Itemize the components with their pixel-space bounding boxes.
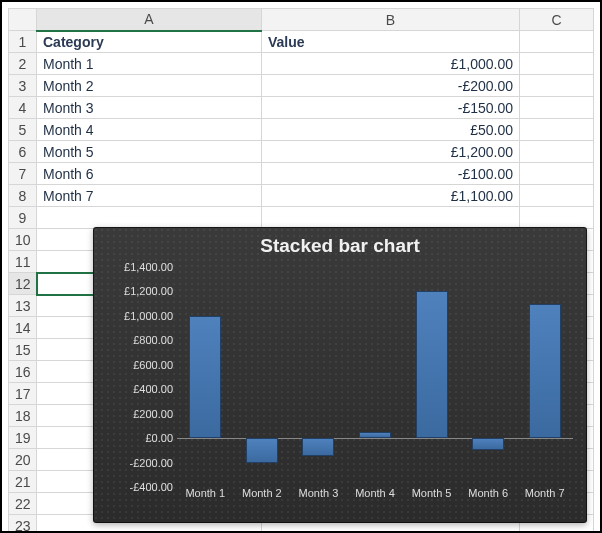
cell-B1[interactable]: Value [262,31,520,53]
row-header[interactable]: 3 [9,75,37,97]
chart-bar[interactable] [189,316,221,438]
cell-A6[interactable]: Month 5 [37,141,262,163]
cell-C2[interactable] [520,53,594,75]
cell-C4[interactable] [520,97,594,119]
chart-ytick: -£400.00 [111,481,177,493]
cell-A8[interactable]: Month 7 [37,185,262,207]
cell-C7[interactable] [520,163,594,185]
row-header[interactable]: 5 [9,119,37,141]
row-header[interactable]: 20 [9,449,37,471]
cell-C5[interactable] [520,119,594,141]
chart-bar[interactable] [246,438,278,462]
chart-xtick: Month 7 [525,487,565,499]
chart-zero-axis [177,438,573,439]
chart-xtick: Month 4 [355,487,395,499]
chart-ytick: £600.00 [111,359,177,371]
chart-bar[interactable] [359,432,391,438]
cell-A5[interactable]: Month 4 [37,119,262,141]
row-header[interactable]: 19 [9,427,37,449]
row-header[interactable]: 14 [9,317,37,339]
row-header[interactable]: 2 [9,53,37,75]
spreadsheet-frame: A B C 1CategoryValue2Month 1£1,000.003Mo… [0,0,602,533]
cell-B6[interactable]: £1,200.00 [262,141,520,163]
row-header[interactable]: 21 [9,471,37,493]
chart-ytick: -£200.00 [111,457,177,469]
chart-bar[interactable] [529,304,561,438]
chart-xtick: Month 1 [185,487,225,499]
row-header[interactable]: 11 [9,251,37,273]
cell-A2[interactable]: Month 1 [37,53,262,75]
chart-ytick: £1,000.00 [111,310,177,322]
cell-A3[interactable]: Month 2 [37,75,262,97]
row-header[interactable]: 6 [9,141,37,163]
col-header-B[interactable]: B [262,9,520,31]
col-header-A[interactable]: A [37,9,262,31]
chart-title: Stacked bar chart [93,227,587,259]
chart-ytick: £400.00 [111,383,177,395]
col-header-C[interactable]: C [520,9,594,31]
chart-xtick: Month 6 [468,487,508,499]
row-header[interactable]: 9 [9,207,37,229]
cell-B9[interactable] [262,207,520,229]
row-header[interactable]: 10 [9,229,37,251]
embedded-chart[interactable]: Stacked bar chart £1,400.00£1,200.00£1,0… [93,227,587,523]
row-header[interactable]: 8 [9,185,37,207]
cell-C1[interactable] [520,31,594,53]
chart-bar[interactable] [416,291,448,438]
chart-y-axis: £1,400.00£1,200.00£1,000.00£800.00£600.0… [111,267,173,487]
chart-ytick: £800.00 [111,334,177,346]
chart-ytick: £200.00 [111,408,177,420]
cell-B4[interactable]: -£150.00 [262,97,520,119]
chart-bar[interactable] [472,438,504,450]
chart-ytick: £1,400.00 [111,261,177,273]
row-header[interactable]: 1 [9,31,37,53]
row-header[interactable]: 12 [9,273,37,295]
spreadsheet: A B C 1CategoryValue2Month 1£1,000.003Mo… [8,8,594,525]
cell-B8[interactable]: £1,100.00 [262,185,520,207]
chart-xtick: Month 3 [299,487,339,499]
row-header[interactable]: 23 [9,515,37,534]
cell-A1[interactable]: Category [37,31,262,53]
row-header[interactable]: 22 [9,493,37,515]
row-header[interactable]: 17 [9,383,37,405]
cell-A7[interactable]: Month 6 [37,163,262,185]
row-header[interactable]: 4 [9,97,37,119]
cell-B7[interactable]: -£100.00 [262,163,520,185]
cell-A9[interactable] [37,207,262,229]
chart-xtick: Month 5 [412,487,452,499]
chart-x-axis: Month 1Month 2Month 3Month 4Month 5Month… [177,487,573,505]
row-header[interactable]: 16 [9,361,37,383]
row-header[interactable]: 18 [9,405,37,427]
cell-C6[interactable] [520,141,594,163]
chart-plot-area: £1,400.00£1,200.00£1,000.00£800.00£600.0… [111,267,577,505]
cell-B2[interactable]: £1,000.00 [262,53,520,75]
select-all-corner[interactable] [9,9,37,31]
chart-xtick: Month 2 [242,487,282,499]
chart-bars-area [177,267,573,487]
chart-bar[interactable] [302,438,334,456]
cell-B3[interactable]: -£200.00 [262,75,520,97]
cell-B5[interactable]: £50.00 [262,119,520,141]
chart-ytick: £1,200.00 [111,285,177,297]
cell-C8[interactable] [520,185,594,207]
cell-A4[interactable]: Month 3 [37,97,262,119]
cell-C9[interactable] [520,207,594,229]
row-header[interactable]: 13 [9,295,37,317]
cell-C3[interactable] [520,75,594,97]
chart-ytick: £0.00 [111,432,177,444]
row-header[interactable]: 15 [9,339,37,361]
row-header[interactable]: 7 [9,163,37,185]
